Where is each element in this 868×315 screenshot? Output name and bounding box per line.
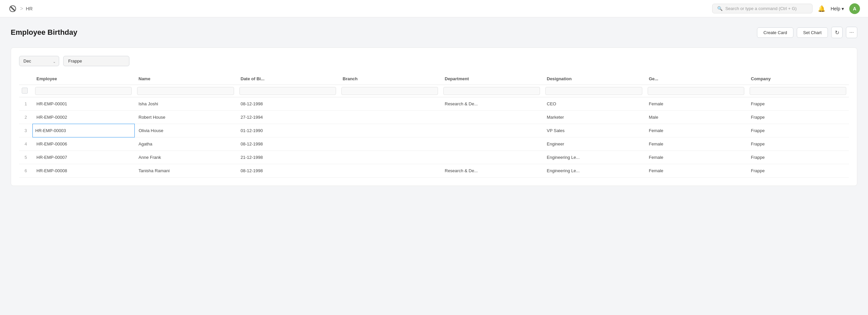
col-checkbox	[19, 73, 32, 85]
cell-gender: Female	[645, 97, 747, 111]
cell-dob: 08-12-1998	[237, 137, 339, 151]
cell-serial: 4	[19, 137, 32, 151]
cell-department	[441, 137, 542, 151]
refresh-icon: ↻	[835, 29, 839, 36]
cell-dob: 01-12-1990	[237, 124, 339, 137]
cell-branch	[339, 137, 441, 151]
main-content: Employee Birthday Create Card Set Chart …	[0, 18, 868, 195]
cell-employee-id[interactable]: HR-EMP-00008	[32, 164, 134, 178]
cell-name: Olivia House	[134, 124, 237, 137]
filter-name-input[interactable]	[137, 87, 234, 95]
month-filter[interactable]: Dec Jan Feb Mar Apr May Jun Jul Aug Sep …	[19, 56, 59, 66]
help-button[interactable]: Help ▾	[831, 6, 844, 11]
filter-name-cell	[134, 85, 237, 97]
refresh-button[interactable]: ↻	[831, 27, 843, 38]
search-icon: 🔍	[717, 6, 722, 11]
cell-employee-id[interactable]: HR-EMP-00007	[32, 151, 134, 164]
table-row: 2HR-EMP-00002Robert House27-12-1994Marke…	[19, 111, 849, 124]
cell-dob: 27-12-1994	[237, 111, 339, 124]
filter-designation-input[interactable]	[545, 87, 642, 95]
search-placeholder: Search or type a command (Ctrl + G)	[725, 6, 797, 11]
notifications-icon[interactable]: 🔔	[818, 5, 825, 12]
table-body: 1HR-EMP-00001Isha Joshi08-12-1998Researc…	[19, 97, 849, 178]
cell-name: Anne Frank	[134, 151, 237, 164]
filter-department-input[interactable]	[443, 87, 540, 95]
cell-company: Frappe	[747, 151, 849, 164]
top-navbar: > HR 🔍 Search or type a command (Ctrl + …	[0, 0, 868, 18]
page-header: Employee Birthday Create Card Set Chart …	[11, 27, 857, 38]
avatar[interactable]: A	[849, 3, 860, 14]
col-designation: Designation	[542, 73, 645, 85]
cell-designation: VP Sales	[542, 124, 645, 137]
table-header-row: Employee Name Date of Bi... Branch Depar…	[19, 73, 849, 85]
cell-branch	[339, 97, 441, 111]
cell-department	[441, 124, 542, 137]
cell-employee-id[interactable]: HR-EMP-00002	[32, 111, 134, 124]
filter-company-cell	[747, 85, 849, 97]
table-row: 5HR-EMP-00007Anne Frank21-12-1998Enginee…	[19, 151, 849, 164]
nav-left: > HR	[8, 4, 33, 13]
breadcrumb-separator: >	[20, 6, 23, 12]
more-options-button[interactable]: ···	[846, 27, 857, 38]
cell-designation: Engineering Le...	[542, 151, 645, 164]
cell-dob: 21-12-1998	[237, 151, 339, 164]
set-chart-button[interactable]: Set Chart	[797, 27, 828, 38]
filter-company-input[interactable]	[750, 87, 846, 95]
filter-employee-cell	[32, 85, 134, 97]
table-row: 4HR-EMP-00006Agatha08-12-1998EngineerFem…	[19, 137, 849, 151]
cell-employee-id[interactable]: HR-EMP-00006	[32, 137, 134, 151]
cell-serial: 1	[19, 97, 32, 111]
search-bar[interactable]: 🔍 Search or type a command (Ctrl + G)	[712, 4, 812, 13]
cell-name: Robert House	[134, 111, 237, 124]
filter-branch-cell	[339, 85, 441, 97]
filter-gender-input[interactable]	[648, 87, 744, 95]
table-row: 1HR-EMP-00001Isha Joshi08-12-1998Researc…	[19, 97, 849, 111]
filter-branch-input[interactable]	[341, 87, 438, 95]
cell-serial: 6	[19, 164, 32, 178]
cell-serial: 5	[19, 151, 32, 164]
cell-company: Frappe	[747, 164, 849, 178]
cell-company: Frappe	[747, 124, 849, 137]
column-filter-row	[19, 85, 849, 97]
breadcrumb-hr[interactable]: HR	[26, 6, 32, 11]
col-department: Department	[441, 73, 542, 85]
cell-employee-id[interactable]: HR-EMP-00001	[32, 97, 134, 111]
table-row: 6HR-EMP-00008Tanisha Ramani08-12-1998Res…	[19, 164, 849, 178]
employee-birthday-table: Employee Name Date of Bi... Branch Depar…	[19, 73, 849, 178]
filter-checkbox-cell	[19, 85, 32, 97]
cell-branch	[339, 124, 441, 137]
cell-branch	[339, 164, 441, 178]
filter-department-cell	[441, 85, 542, 97]
filter-dob-cell	[237, 85, 339, 97]
cell-gender: Female	[645, 164, 747, 178]
table-row: 3HR-EMP-00003Olivia House01-12-1990VP Sa…	[19, 124, 849, 137]
col-branch: Branch	[339, 73, 441, 85]
filter-employee-input[interactable]	[35, 87, 132, 95]
cell-gender: Female	[645, 137, 747, 151]
cell-designation: CEO	[542, 97, 645, 111]
nav-right: 🔍 Search or type a command (Ctrl + G) 🔔 …	[712, 3, 860, 14]
month-filter-wrapper: Dec Jan Feb Mar Apr May Jun Jul Aug Sep …	[19, 56, 59, 66]
main-card: Dec Jan Feb Mar Apr May Jun Jul Aug Sep …	[11, 48, 857, 186]
cell-company: Frappe	[747, 137, 849, 151]
cell-branch	[339, 151, 441, 164]
cell-department	[441, 111, 542, 124]
cell-employee-id[interactable]: HR-EMP-00003	[32, 124, 134, 137]
create-card-button[interactable]: Create Card	[757, 27, 794, 38]
cell-serial: 2	[19, 111, 32, 124]
more-icon: ···	[849, 29, 854, 35]
cell-company: Frappe	[747, 97, 849, 111]
cell-department: Research & De...	[441, 164, 542, 178]
select-all-checkbox[interactable]	[22, 88, 28, 94]
app-logo-icon[interactable]	[8, 4, 18, 13]
cell-dob: 08-12-1998	[237, 97, 339, 111]
filter-dob-input[interactable]	[239, 87, 336, 95]
col-gender: Ge...	[645, 73, 747, 85]
page-actions: Create Card Set Chart ↻ ···	[757, 27, 857, 38]
cell-designation: Engineering Le...	[542, 164, 645, 178]
filter-gender-cell	[645, 85, 747, 97]
cell-name: Tanisha Ramani	[134, 164, 237, 178]
cell-serial: 3	[19, 124, 32, 137]
cell-department: Research & De...	[441, 97, 542, 111]
company-filter[interactable]	[63, 56, 129, 66]
